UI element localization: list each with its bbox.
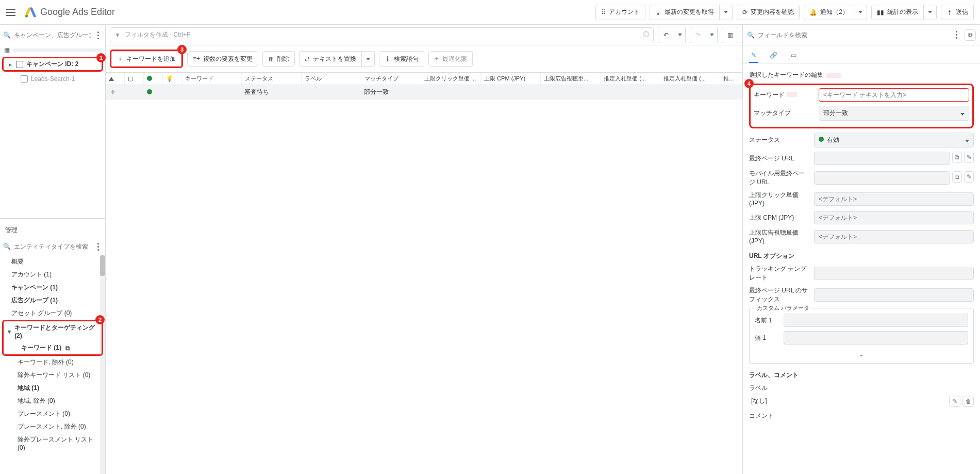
final-url-input[interactable] [814,152,950,165]
param-name1-input[interactable] [784,314,968,327]
edit-labels-button[interactable] [949,396,960,407]
undo-split: ↶ [658,27,686,43]
redo-caret[interactable] [706,27,718,43]
nav-kw-targeting[interactable]: ▾キーワードとターゲティング (2) [4,321,102,341]
stats-button[interactable]: ▮▮統計の表示 [871,5,924,20]
right-search-more-icon[interactable] [951,30,961,40]
tab-links[interactable] [768,48,779,63]
add-keyword-button[interactable]: ＋キーワードを追加 [111,51,181,67]
nav-neg-keyword-list[interactable]: 除外キーワード リスト (0) [0,369,105,382]
maxcpc-input[interactable] [814,192,974,206]
tab-edit[interactable] [749,48,758,63]
undo-caret[interactable] [674,27,686,43]
col-estbid1[interactable]: 推定入札単価 (... [601,73,660,85]
account-button[interactable]: ⠿アカウント [595,5,645,20]
campaign-search-more-icon[interactable] [94,30,102,40]
maxcpm-input[interactable] [814,211,974,224]
replace-text-caret[interactable] [362,51,375,67]
expand-icon[interactable] [952,152,962,163]
nav-assetgroups[interactable]: アセット グループ (0) [0,307,105,320]
col-maxcpc[interactable]: 上限クリック単価 ... [421,73,481,85]
optimize-button[interactable]: ✦最適化案 [428,51,473,67]
notifications-button[interactable]: 🔔通知（2） [804,5,854,20]
keyword-input[interactable] [819,88,969,102]
final-url-suffix-input[interactable] [814,288,974,302]
status-dot-icon [147,89,152,94]
matchtype-label: マッチタイプ [754,109,815,118]
mobile-url-input[interactable] [814,171,950,185]
search-terms-button[interactable]: ⭳検索語句 [379,51,424,67]
nav-campaigns[interactable]: キャンペーン (1) [0,281,105,294]
annotation-badge-4: 4 [744,79,754,88]
col-status-dot[interactable] [144,73,163,85]
nav-overview[interactable]: 概要 [0,255,105,268]
tree-grid-icon[interactable]: ▦ [4,46,10,54]
entity-search-input[interactable] [14,243,91,250]
col-maxcpm[interactable]: 上限 CPM (JPY) [481,73,541,85]
nav-locations[interactable]: 地域 (1) [0,382,105,395]
brand: Google Ads Editor [25,7,115,18]
campaign-search-input[interactable] [14,31,91,39]
nav-placements-neg[interactable]: プレースメント, 除外 (0) [0,420,105,433]
nav-account[interactable]: アカウント (1) [0,268,105,281]
entity-search-more-icon[interactable] [94,241,102,252]
nav-keywords[interactable]: キーワード (1) [4,341,102,354]
nav-neg-placement-list[interactable]: 除外プレースメント リスト (0) [0,433,105,453]
send-button[interactable]: ⭱送信 [941,5,974,20]
annotation-box-4: 4 キーワード マッチタイプ 部分一致 [749,84,974,128]
col-insight[interactable]: 💡 [162,73,181,85]
redo-split: ↷ [690,27,718,43]
multi-edit-button[interactable]: ≡+複数の要素を変更 [187,51,258,67]
col-keyword[interactable]: キーワード [181,73,241,85]
col-delta[interactable] [106,73,125,85]
edit-url-icon[interactable] [964,171,974,183]
popout-panel-icon[interactable] [965,29,976,41]
stats-caret[interactable] [924,5,937,20]
label-tab-icon [791,52,796,59]
col-comment[interactable]: ▢ [125,73,144,85]
redo-button[interactable]: ↷ [690,27,706,43]
check-changes-button[interactable]: ⟳変更内容を確認 [737,5,800,20]
col-matchtype[interactable]: マッチタイプ [361,73,421,85]
undo-button[interactable]: ↶ [658,27,674,43]
matchtype-select[interactable]: 部分一致 [819,106,969,121]
notifications-caret[interactable] [854,5,867,20]
get-changes-caret[interactable] [720,5,733,20]
maxcpv-input[interactable] [814,230,974,243]
edit-url-icon[interactable] [964,152,974,163]
filter-input-wrap[interactable]: ▼ フィルタを作成 - Ctrl+F ⓘ [110,27,654,42]
final-url-suffix-label: 最終ページ URL のサフィックス [749,286,810,304]
nav-placements[interactable]: プレースメント (0) [0,407,105,420]
tracking-template-input[interactable] [814,267,974,280]
col-label[interactable]: ラベル [301,73,361,85]
replace-text-button[interactable]: ⇄テキストを置換 [299,51,362,67]
nav-adgroups[interactable]: 広告グループ (1) [0,294,105,307]
expand-params-button[interactable]: ⌄ [755,349,968,360]
delete-labels-button[interactable] [962,396,974,407]
col-maxcpv[interactable]: 上限広告視聴単... [541,73,601,85]
plus-icon: ＋ [117,55,123,63]
help-icon[interactable]: ⓘ [643,30,649,39]
campaign-tree-item[interactable]: ▸ キャンペーン ID: 2 [4,58,102,70]
hamburger-menu-icon[interactable] [6,6,19,19]
delete-button[interactable]: 削除 [262,51,295,67]
col-status[interactable]: ステータス [241,73,301,85]
tab-labels[interactable] [789,48,799,63]
nav-locations-neg[interactable]: 地域, 除外 (0) [0,395,105,407]
chevron-down-icon [965,137,969,144]
campaign-child-item[interactable]: Leads-Search-1 [0,74,105,84]
expand-icon[interactable] [952,171,962,183]
col-estbid2[interactable]: 推定入札単価 (... [660,73,720,85]
nav-neg-keywords[interactable]: キーワード, 除外 (0) [0,356,105,369]
param-value1-input[interactable] [784,331,968,345]
scrollbar[interactable] [100,255,105,474]
field-search-input[interactable] [758,31,948,39]
columns-button[interactable]: ▥ [722,27,738,43]
chevron-right-icon: ▸ [8,61,13,68]
col-more[interactable]: 推... [720,73,742,85]
get-changes-button[interactable]: ⭳最新の変更を取得 [650,5,720,20]
table-row[interactable]: ＋ 審査待ち 部分一致 [106,85,742,100]
popout-icon[interactable] [65,345,70,352]
status-select[interactable]: 有効 [814,133,974,148]
get-changes-split: ⭳最新の変更を取得 [650,5,733,20]
